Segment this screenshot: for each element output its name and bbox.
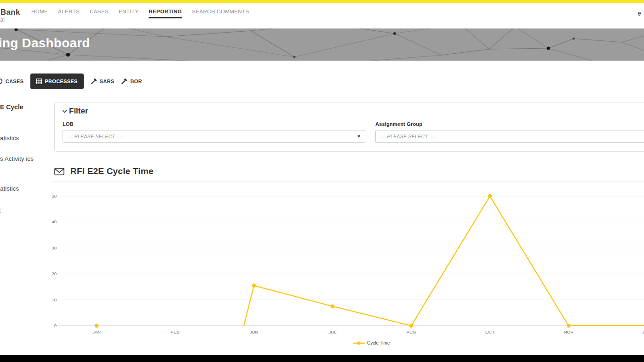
sidebar-item[interactable]: s Activity ics xyxy=(0,154,36,164)
nav-item-alerts[interactable]: ALERTS xyxy=(58,9,80,18)
sidebar-item[interactable]: E Cycle xyxy=(0,102,23,112)
tab-processes[interactable]: PROCESSES xyxy=(30,74,83,89)
nav-item-entity[interactable]: ENTITY xyxy=(119,9,138,18)
gavel-icon xyxy=(121,78,127,85)
filter-field-assignment-group: Assignment Group--- PLEASE SELECT --- xyxy=(375,121,644,143)
chart-legend[interactable]: Cycle Time xyxy=(353,340,390,345)
data-point[interactable] xyxy=(252,283,256,288)
data-point[interactable] xyxy=(488,194,492,198)
cases-icon xyxy=(0,78,3,85)
y-tick-label: 50 xyxy=(52,193,57,198)
data-point[interactable] xyxy=(331,304,335,308)
y-tick-label: 30 xyxy=(52,245,57,250)
envelope-icon xyxy=(54,168,64,175)
page-title: ing Dashboard xyxy=(0,36,90,51)
x-tick-label: OCT xyxy=(485,329,494,334)
filter-field-lob: LOB--- PLEASE SELECT ---▾ xyxy=(63,121,365,143)
y-tick-label: 0 xyxy=(54,323,57,328)
cycle-time-line-tail xyxy=(244,286,254,326)
top-navbar: Bank al HOMEALERTSCASESENTITYREPORTINGSE… xyxy=(0,3,644,28)
dashboard-tabs: CASESPROCESSESSARSBOR xyxy=(0,74,142,89)
x-tick-label: FEB xyxy=(171,329,179,334)
filter-title: Filter xyxy=(69,107,88,116)
nav-item-reporting[interactable]: REPORTING xyxy=(149,9,182,18)
grid-icon xyxy=(36,79,42,84)
tab-label: SARS xyxy=(100,79,115,84)
y-tick-label: 20 xyxy=(52,271,57,276)
nav-item-search-comments[interactable]: SEARCH COMMENTS xyxy=(192,9,249,18)
assignment-group-select[interactable]: --- PLEASE SELECT --- xyxy=(375,130,644,143)
field-label: Assignment Group xyxy=(375,121,644,127)
filter-collapse-toggle[interactable]: Filter xyxy=(62,107,88,116)
gavel-icon xyxy=(91,78,97,85)
y-tick-label: 10 xyxy=(52,297,57,302)
data-point[interactable] xyxy=(409,324,414,328)
tab-label: BOR xyxy=(130,79,142,84)
tab-cases[interactable]: CASES xyxy=(0,74,23,89)
x-tick-label: NOV xyxy=(564,329,574,334)
legend-marker-icon xyxy=(353,341,365,345)
network-pattern xyxy=(0,28,644,61)
lob-select[interactable]: --- PLEASE SELECT ---▾ xyxy=(63,130,365,143)
sidebar-item[interactable]: atistics xyxy=(0,133,19,143)
brand-logo-subline: al xyxy=(0,16,5,23)
tab-bor[interactable]: BOR xyxy=(121,74,142,89)
nav-item-home[interactable]: HOME xyxy=(31,9,48,18)
dropdown-caret-icon: ▾ xyxy=(357,133,360,139)
select-placeholder: --- PLEASE SELECT --- xyxy=(68,134,122,139)
section-divider xyxy=(52,181,644,181)
x-tick-label: JUL xyxy=(329,329,337,334)
field-label: LOB xyxy=(63,121,365,127)
top-accent-strip xyxy=(0,0,644,3)
hero-banner: ing Dashboard xyxy=(0,28,644,61)
data-point[interactable] xyxy=(567,324,571,328)
nav-item-cases[interactable]: CASES xyxy=(90,9,109,18)
y-tick-label: 40 xyxy=(52,219,57,224)
filter-panel: Filter LOB--- PLEASE SELECT ---▾Assignme… xyxy=(54,102,644,152)
select-placeholder: --- PLEASE SELECT --- xyxy=(380,134,435,139)
nav-links: HOMEALERTSCASESENTITYREPORTINGSEARCH COM… xyxy=(31,9,249,18)
chart-title: RFI E2E Cycle Time xyxy=(70,166,154,176)
data-point[interactable] xyxy=(95,324,99,328)
user-menu-fragment[interactable]: e xyxy=(638,10,641,17)
tab-sars[interactable]: SARS xyxy=(91,74,115,89)
chevron-down-icon xyxy=(62,109,67,113)
cycle-time-line xyxy=(254,196,644,326)
page: Bank al HOMEALERTSCASESENTITYREPORTINGSE… xyxy=(0,0,644,362)
legend-label: Cycle Time xyxy=(367,340,390,345)
tab-label: PROCESSES xyxy=(45,79,77,84)
brand-logo[interactable]: Bank xyxy=(0,8,20,17)
x-tick-label: AUG xyxy=(407,329,416,334)
cycle-time-chart: 01020304050JANFEBJUNJULAUGOCTNOVDEC Cycl… xyxy=(0,184,644,349)
bottom-black-bar xyxy=(0,355,644,362)
x-tick-label: JAN xyxy=(92,329,101,334)
x-tick-label: JUN xyxy=(250,329,259,334)
tab-label: CASES xyxy=(6,79,23,84)
chart-header: RFI E2E Cycle Time xyxy=(54,166,154,176)
